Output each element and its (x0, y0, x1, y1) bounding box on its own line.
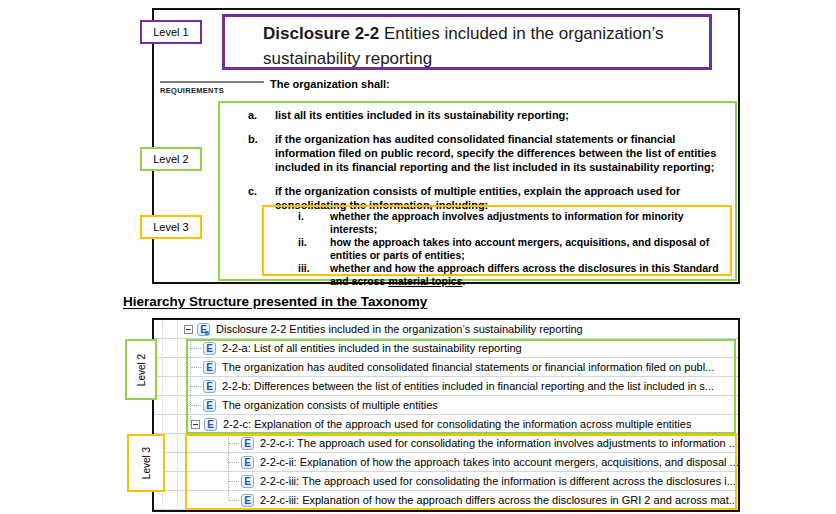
level2-outline-box: a. list all its entities included in its… (218, 101, 737, 281)
requirement-item-a: a. list all its entities included in its… (248, 108, 735, 122)
tree-row-label: 2-2-c-i: The approach used for consolida… (260, 437, 738, 449)
tree-row-2-2-c-iii-explanation[interactable]: E 2-2-c-iii: Explanation of how the appr… (154, 491, 738, 510)
item-marker: a. (248, 108, 275, 122)
element-icon: E (204, 418, 217, 431)
tree-connector (229, 481, 239, 482)
item-marker: ii. (298, 236, 330, 262)
tree-row-2-2-b[interactable]: E 2-2-b: Differences between the list of… (154, 377, 738, 396)
disclosure-number: Disclosure 2-2 (263, 24, 379, 43)
level2-label: Level 2 (140, 147, 202, 171)
element-abstract-icon: Ea (197, 323, 210, 336)
collapse-icon[interactable] (184, 325, 193, 334)
tree-connector (229, 500, 239, 501)
tree-connector (229, 462, 239, 463)
requirements-list: a. list all its entities included in its… (220, 103, 735, 212)
tree-row-label: The organization has audited consolidate… (222, 361, 714, 373)
tree-connector (191, 348, 201, 349)
element-icon: E (241, 437, 254, 450)
requirements-label: REQUIREMENTS (160, 86, 224, 95)
tree-row-2-2-a[interactable]: E 2-2-a: List of all entities included i… (154, 339, 738, 358)
tree-row-2-2-c[interactable]: E 2-2-c: Explanation of the approach use… (154, 415, 738, 434)
requirement-item-c-i: i. whether the approach involves adjustm… (298, 210, 730, 236)
requirements-divider (160, 81, 264, 83)
requirements-intro: The organization shall: (270, 78, 390, 90)
item-text: list all its entities included in its su… (275, 108, 730, 122)
tree-row-2-2-c-ii[interactable]: E 2-2-c-ii: Explanation of how the appro… (154, 453, 738, 472)
element-icon: E (241, 475, 254, 488)
tree-row-label: 2-2-c-ii: Explanation of how the approac… (260, 456, 738, 468)
item-marker: i. (298, 210, 330, 236)
level1-label: Level 1 (140, 20, 202, 44)
item-marker: b. (248, 132, 275, 174)
element-icon: E (203, 361, 216, 374)
tree-level2-label: Level 2 (125, 339, 157, 400)
tree-row-multiple-entities[interactable]: E The organization consists of multiple … (154, 396, 738, 415)
element-icon: E (241, 456, 254, 469)
material-topics-link: material topics (388, 275, 462, 287)
level3-outline-box: i. whether the approach involves adjustm… (262, 205, 732, 276)
item-text: if the organization has audited consolid… (275, 132, 730, 174)
tree-row-2-2-c-i[interactable]: E 2-2-c-i: The approach used for consoli… (154, 434, 738, 453)
requirement-item-c-ii: ii. how the approach takes into account … (298, 236, 730, 262)
taxonomy-heading: Hierarchy Structure presented in the Tax… (123, 294, 427, 309)
tree-row-2-2-c-iii[interactable]: E 2-2-c-iii: The approach used for conso… (154, 472, 738, 491)
sub-requirements-list: i. whether the approach involves adjustm… (264, 207, 730, 288)
tree-row-label: 2-2-c: Explanation of the approach used … (223, 418, 691, 430)
item-text: whether the approach involves adjustment… (330, 210, 726, 236)
tree-row-audited-statements[interactable]: E The organization has audited consolida… (154, 358, 738, 377)
tree-connector (191, 367, 201, 368)
tree-connector (191, 386, 201, 387)
element-icon: E (203, 380, 216, 393)
disclosure-document-panel: Disclosure 2-2 Entities included in the … (152, 8, 740, 284)
element-icon: E (203, 342, 216, 355)
tree-row-label: Disclosure 2-2 Entities included in the … (216, 323, 583, 335)
tree-connector (191, 405, 201, 406)
tree-connector (229, 443, 239, 444)
item-text: how the approach takes into account merg… (330, 236, 726, 262)
item-marker: iii. (298, 262, 330, 288)
tree-row-label: 2-2-c-iii: Explanation of how the approa… (260, 494, 738, 506)
element-icon: E (241, 494, 254, 507)
requirement-item-c-iii: iii. whether and how the approach differ… (298, 262, 730, 288)
item-text: whether and how the approach differs acr… (330, 262, 726, 288)
tree-row-disclosure-2-2[interactable]: Ea Disclosure 2-2 Entities included in t… (154, 320, 738, 339)
tree-row-label: 2-2-b: Differences between the list of e… (222, 380, 714, 392)
disclosure-title-box: Disclosure 2-2 Entities included in the … (222, 14, 712, 70)
element-icon: E (203, 399, 216, 412)
taxonomy-tree-panel: Ea Disclosure 2-2 Entities included in t… (152, 318, 740, 512)
tree-row-label: 2-2-a: List of all entities included in … (222, 342, 522, 354)
page: Disclosure 2-2 Entities included in the … (0, 0, 836, 514)
tree-level3-label: Level 3 (127, 434, 165, 492)
tree-row-label: 2-2-c-iii: The approach used for consoli… (260, 475, 736, 487)
level3-label: Level 3 (140, 215, 202, 239)
requirement-item-b: b. if the organization has audited conso… (248, 132, 735, 174)
tree-row-label: The organization consists of multiple en… (222, 399, 438, 411)
collapse-icon[interactable] (191, 420, 200, 429)
